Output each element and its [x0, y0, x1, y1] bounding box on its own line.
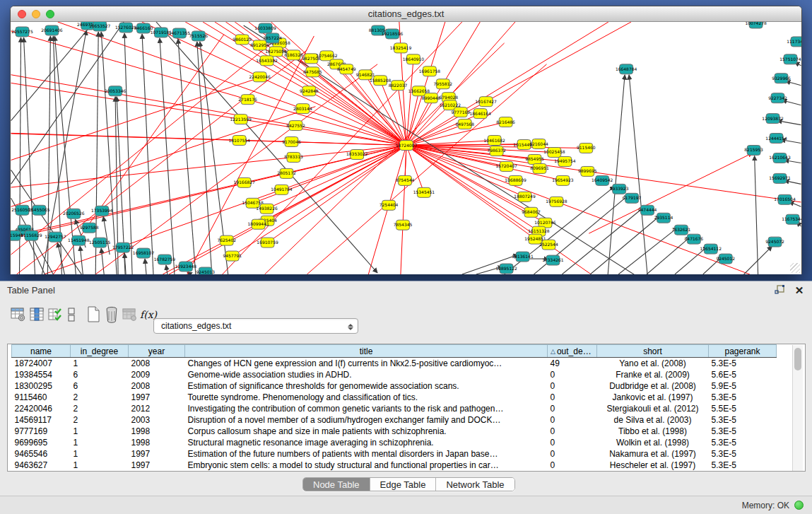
- graph-node[interactable]: 9329966: [772, 74, 791, 83]
- table-cell[interactable]: Tourette syndrome. Phenomenology and cla…: [185, 392, 548, 403]
- graph-node[interactable]: 8933923: [610, 184, 629, 194]
- table-cell[interactable]: 9463627: [12, 460, 71, 471]
- graph-node[interactable]: 10025458: [543, 148, 565, 158]
- graph-edge[interactable]: [401, 48, 406, 146]
- table-cell[interactable]: 6: [71, 380, 129, 392]
- table-row[interactable]: 946554611997Estimation of the future num…: [12, 448, 777, 460]
- table-row[interactable]: 946362711997Embryonic stem cells: a mode…: [12, 460, 777, 471]
- merge-tables-button[interactable]: [64, 305, 78, 324]
- graph-edge[interactable]: [11, 22, 124, 184]
- graph-node[interactable]: 16033809: [254, 23, 276, 33]
- table-cell[interactable]: Structural magnetic resonance image aver…: [185, 437, 548, 448]
- table-cell[interactable]: Yano et al. (2008): [597, 358, 709, 369]
- table-row[interactable]: 1456911722003Disruption of a novel membe…: [12, 414, 777, 426]
- graph-node[interactable]: 7515526: [189, 31, 208, 41]
- graph-node[interactable]: 11156829: [20, 230, 42, 240]
- graph-node[interactable]: 8990448: [422, 93, 441, 103]
- graph-node[interactable]: 19166827: [233, 177, 255, 187]
- column-header-year[interactable]: year: [129, 345, 185, 358]
- table-cell[interactable]: 2012: [129, 403, 185, 414]
- graph-node[interactable]: 10167427: [475, 97, 497, 107]
- table-row[interactable]: 2242004622012Investigating the contribut…: [12, 403, 777, 414]
- table-cell[interactable]: 5.6E-5: [709, 369, 777, 380]
- table-cell[interactable]: Jankovic et al. (1997): [597, 392, 709, 403]
- table-row[interactable]: 1938455462009Genome-wide association stu…: [12, 369, 777, 380]
- scrollbar-thumb[interactable]: [794, 348, 801, 370]
- graph-edge[interactable]: [782, 100, 801, 105]
- column-header-short[interactable]: short: [597, 345, 709, 358]
- column-header-in_degree[interactable]: in_degree: [71, 345, 129, 358]
- table-cell[interactable]: 1998: [129, 437, 185, 448]
- graph-node[interactable]: 14136141: [512, 252, 534, 262]
- graph-node[interactable]: 6179197: [623, 193, 642, 203]
- table-row[interactable]: 911546021997Tourette syndrome. Phenomeno…: [12, 392, 777, 403]
- table-cell[interactable]: 9465546: [12, 448, 71, 460]
- graph-node[interactable]: 7854345: [394, 220, 413, 230]
- create-column-button[interactable]: [46, 305, 64, 324]
- graph-node[interactable]: 16409542: [592, 175, 613, 185]
- graph-node[interactable]: 18107554: [228, 136, 250, 146]
- graph-node[interactable]: 7955812: [434, 79, 453, 89]
- graph-node[interactable]: 9457791: [223, 251, 242, 261]
- graph-node[interactable]: 10491784: [271, 185, 293, 194]
- graph-node[interactable]: 8427552: [286, 121, 305, 131]
- window-titlebar[interactable]: citations_edges.txt: [11, 6, 801, 22]
- table-cell[interactable]: 0: [548, 437, 597, 448]
- table-cell[interactable]: Estimation of the future numbers of pati…: [185, 448, 548, 460]
- table-cell[interactable]: de Silva et al. (2003): [597, 414, 709, 426]
- graph-edge[interactable]: [618, 227, 678, 274]
- graph-node[interactable]: 10895122: [495, 264, 517, 274]
- graph-node[interactable]: 8783313: [284, 152, 303, 162]
- table-cell[interactable]: Franke et al. (2009): [597, 369, 709, 380]
- graph-edge[interactable]: [260, 77, 406, 146]
- graph-node[interactable]: 12505115: [89, 238, 111, 247]
- graph-edge[interactable]: [166, 265, 167, 274]
- graph-node[interactable]: 2935114: [654, 213, 673, 223]
- table-cell[interactable]: 1997: [129, 392, 185, 403]
- graph-node[interactable]: 9115460: [577, 144, 596, 153]
- graph-node[interactable]: 9854955: [525, 154, 544, 164]
- table-cell[interactable]: Disruption of a novel member of a sodium…: [185, 414, 548, 426]
- graph-node[interactable]: 20691406: [41, 25, 63, 35]
- graph-node[interactable]: 15345451: [413, 187, 435, 197]
- graph-node[interactable]: 19495754: [554, 156, 576, 166]
- close-panel-button[interactable]: ✕: [792, 284, 806, 296]
- table-cell[interactable]: 1997: [129, 448, 185, 460]
- table-cell[interactable]: Nakamura et al. (1997): [597, 448, 709, 460]
- graph-node[interactable]: 2805172: [277, 168, 296, 178]
- table-cell[interactable]: 2: [71, 414, 129, 426]
- delete-table-button[interactable]: [102, 305, 121, 324]
- graph-node[interactable]: 8475685: [303, 67, 322, 77]
- graph-node[interactable]: 8216486: [496, 117, 515, 127]
- column-visibility-button[interactable]: [28, 305, 46, 324]
- table-cell[interactable]: 9115460: [12, 392, 71, 403]
- graph-edge[interactable]: [80, 246, 83, 274]
- new-table-button[interactable]: [84, 305, 102, 324]
- graph-node[interactable]: 8471676: [685, 234, 704, 244]
- graph-node[interactable]: 6497568: [455, 119, 474, 129]
- graph-node[interactable]: 9245012: [716, 254, 735, 264]
- table-cell[interactable]: Wolkin et al. (1998): [597, 437, 709, 448]
- graph-node[interactable]: 9777169: [451, 107, 470, 117]
- table-row[interactable]: 1830029562008Estimation of significance …: [12, 380, 777, 392]
- graph-edge[interactable]: [103, 216, 110, 255]
- graph-node[interactable]: 14938226: [256, 204, 278, 214]
- graph-edge[interactable]: [629, 75, 647, 274]
- graph-node[interactable]: 18640910: [403, 54, 425, 64]
- graph-edge[interactable]: [486, 22, 631, 102]
- table-cell[interactable]: 19384554: [12, 369, 71, 380]
- graph-edge[interactable]: [11, 31, 248, 100]
- table-cell[interactable]: 5.3E-5: [709, 448, 777, 460]
- graph-edge[interactable]: [443, 22, 480, 84]
- graph-edge[interactable]: [590, 215, 661, 274]
- memory-status-indicator[interactable]: [794, 501, 804, 510]
- table-cell[interactable]: 5.3E-5: [709, 460, 777, 471]
- table-row[interactable]: 969969511998Structural magnetic resonanc…: [12, 437, 777, 448]
- table-cell[interactable]: 2: [71, 392, 129, 403]
- table-cell[interactable]: 49: [548, 358, 597, 369]
- graph-node[interactable]: 16958107: [133, 248, 155, 258]
- graph-node[interactable]: 2803144: [293, 104, 312, 114]
- table-cell[interactable]: Stergiakouli et al. (2012): [597, 403, 709, 414]
- table-cell[interactable]: 14569117: [12, 414, 71, 426]
- graph-edge[interactable]: [430, 22, 445, 71]
